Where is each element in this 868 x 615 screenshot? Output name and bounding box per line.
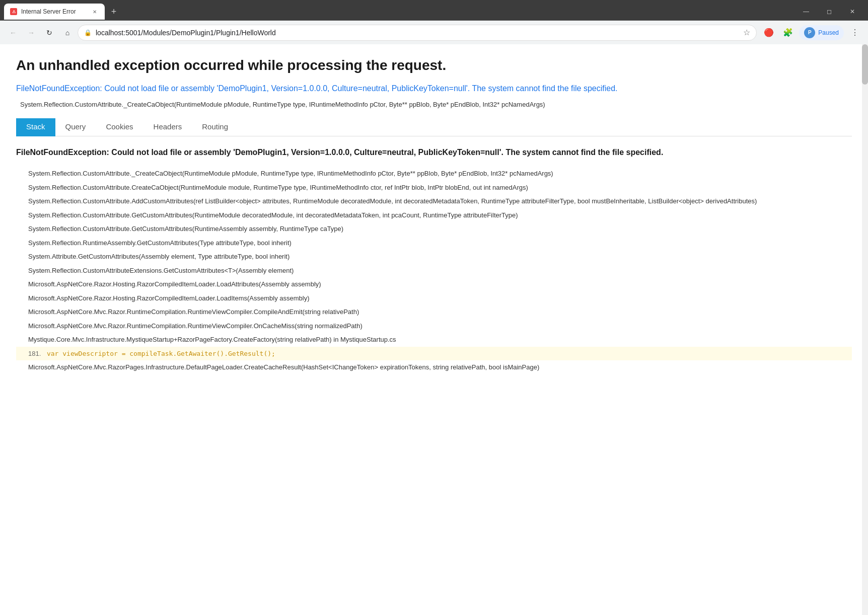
address-bar[interactable]: 🔒 localhost:5001/Modules/DemoPlugin1/Plu… bbox=[78, 25, 757, 41]
section-title: FileNotFoundException: Could not load fi… bbox=[16, 146, 852, 159]
stack-trace-summary: System.Reflection.CustomAttribute._Creat… bbox=[16, 101, 852, 108]
title-bar: ⚠ Internal Server Error ✕ + — ◻ ✕ bbox=[0, 0, 868, 20]
list-item: Microsoft.AspNetCore.Mvc.Razor.RuntimeCo… bbox=[16, 305, 852, 319]
list-item: System.Reflection.RuntimeAssembly.GetCus… bbox=[16, 236, 852, 250]
tab-favicon: ⚠ bbox=[10, 8, 17, 15]
forward-button[interactable]: → bbox=[23, 25, 39, 41]
tab-cookies[interactable]: Cookies bbox=[96, 118, 143, 136]
reload-button[interactable]: ↻ bbox=[41, 25, 57, 41]
bookmark-icon[interactable]: ☆ bbox=[743, 28, 750, 37]
list-item: System.Attribute.GetCustomAttributes(Ass… bbox=[16, 250, 852, 264]
tab-query[interactable]: Query bbox=[55, 118, 96, 136]
tab-bar: Stack Query Cookies Headers Routing bbox=[16, 118, 852, 136]
tab-stack[interactable]: Stack bbox=[16, 118, 55, 136]
highlight-row: 181. var viewDescriptor = compileTask.Ge… bbox=[16, 347, 852, 361]
new-tab-button[interactable]: + bbox=[107, 5, 121, 19]
list-item: System.Reflection.CustomAttribute.GetCus… bbox=[16, 208, 852, 222]
highlight-code: var viewDescriptor = compileTask.GetAwai… bbox=[47, 350, 275, 357]
nav-icons: 🔴 🧩 P Paused ⋮ bbox=[761, 25, 863, 41]
list-item: Microsoft.AspNetCore.Razor.Hosting.Razor… bbox=[16, 277, 852, 291]
nav-bar: ← → ↻ ⌂ 🔒 localhost:5001/Modules/DemoPlu… bbox=[0, 20, 868, 44]
stack-list: System.Reflection.CustomAttribute._Creat… bbox=[16, 167, 852, 374]
scrollbar[interactable] bbox=[862, 44, 868, 615]
extensions-icon[interactable]: 🔴 bbox=[761, 25, 777, 41]
back-button[interactable]: ← bbox=[5, 25, 21, 41]
tab-close-button[interactable]: ✕ bbox=[91, 8, 99, 16]
list-item: Microsoft.AspNetCore.Mvc.Razor.RuntimeCo… bbox=[16, 319, 852, 333]
profile-label: Paused bbox=[818, 29, 839, 36]
url-text: localhost:5001/Modules/DemoPlugin1/Plugi… bbox=[96, 29, 739, 37]
lock-icon: 🔒 bbox=[84, 29, 92, 36]
list-item: Mystique.Core.Mvc.Infrastructure.Mystiqu… bbox=[16, 333, 852, 347]
list-item: Microsoft.AspNetCore.Razor.Hosting.Razor… bbox=[16, 291, 852, 305]
list-item: System.Reflection.CustomAttributeExtensi… bbox=[16, 264, 852, 278]
avatar: P bbox=[804, 27, 815, 38]
error-message: FileNotFoundException: Could not load fi… bbox=[16, 83, 852, 95]
restore-button[interactable]: ◻ bbox=[818, 4, 841, 20]
profile-button[interactable]: P Paused bbox=[799, 25, 844, 40]
menu-icon[interactable]: ⋮ bbox=[847, 25, 863, 41]
puzzle-icon[interactable]: 🧩 bbox=[780, 25, 796, 41]
window-controls: — ◻ ✕ bbox=[794, 4, 864, 20]
list-item: System.Reflection.CustomAttribute.Create… bbox=[16, 181, 852, 195]
main-error-title: An unhandled exception occurred while pr… bbox=[16, 56, 852, 74]
list-item: System.Reflection.CustomAttribute.AddCus… bbox=[16, 194, 852, 208]
browser-chrome: ⚠ Internal Server Error ✕ + — ◻ ✕ ← → ↻ … bbox=[0, 0, 868, 44]
list-item: System.Reflection.CustomAttribute.GetCus… bbox=[16, 222, 852, 236]
active-tab[interactable]: ⚠ Internal Server Error ✕ bbox=[4, 4, 105, 20]
page-content: An unhandled exception occurred while pr… bbox=[0, 44, 868, 615]
line-number: 181. bbox=[28, 350, 41, 357]
home-button[interactable]: ⌂ bbox=[59, 25, 76, 41]
close-button[interactable]: ✕ bbox=[841, 4, 864, 20]
scrollbar-thumb[interactable] bbox=[862, 44, 868, 85]
tab-routing[interactable]: Routing bbox=[192, 118, 238, 136]
minimize-button[interactable]: — bbox=[794, 4, 818, 20]
tab-headers[interactable]: Headers bbox=[143, 118, 192, 136]
list-item: System.Reflection.CustomAttribute._Creat… bbox=[16, 167, 852, 181]
tab-title: Internal Server Error bbox=[21, 8, 87, 15]
list-item: Microsoft.AspNetCore.Mvc.RazorPages.Infr… bbox=[16, 360, 852, 374]
